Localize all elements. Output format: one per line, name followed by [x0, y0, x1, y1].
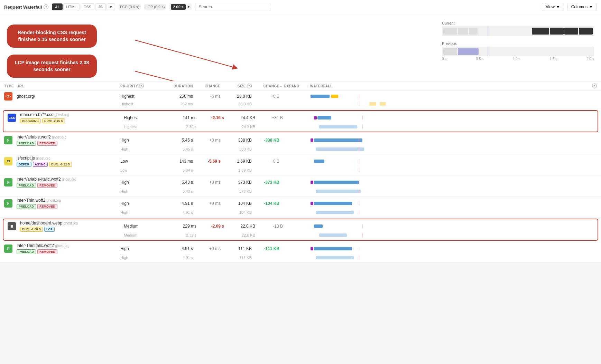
- lcp-callout: LCP image request finishes 2.08 seconds …: [7, 55, 97, 78]
- size-prev-inter-thin: 104 KB: [221, 210, 252, 214]
- row-current-main-css: CSS main.min.b7**.css ghost.org BLOCKING…: [3, 111, 598, 123]
- tag-preload: PRELOAD: [17, 204, 36, 209]
- page-title: Request Waterfall ?: [4, 4, 48, 10]
- tag-dur---2-15-s: DUR: -2.15 S: [42, 118, 65, 123]
- size-prev-dashboard-webp: 22.0 KB: [224, 233, 255, 237]
- tag-dur---6-32-s: DUR: -6.32 S: [49, 162, 72, 167]
- priority-help-icon[interactable]: ?: [139, 84, 144, 88]
- waterfall-current-inter-thin: [307, 201, 597, 205]
- tag-preload: PRELOAD: [17, 249, 36, 254]
- url-text-dashboard-webp: home/dashboard.webp: [20, 221, 62, 226]
- duration-current-inter-variable: 5.45 s: [162, 138, 193, 143]
- priority-prev-inter-thin: High: [120, 210, 162, 214]
- callout-area: Render-blocking CSS request finishes 2.1…: [7, 21, 97, 78]
- waterfall-help-icon[interactable]: ?: [592, 84, 597, 88]
- current-label: Current: [442, 21, 594, 25]
- duration-prev-dashboard-webp: 2.32 s: [165, 233, 196, 237]
- priority-prev-js-script: Low: [120, 168, 162, 172]
- filter-all[interactable]: All: [52, 3, 62, 10]
- url-text-main-css: main.min.b7**.css: [20, 112, 53, 117]
- url-domain-js-script: ghost.org: [36, 156, 50, 160]
- waterfall-current-inter-italic: [307, 180, 597, 184]
- size-current-dashboard-webp: 22.0 KB: [224, 224, 255, 229]
- url-domain-main-css: ghost.org: [54, 113, 69, 117]
- priority-prev-ghost-html: Highest: [120, 102, 162, 106]
- waterfall-prev-dashboard-webp: [311, 233, 593, 237]
- tag-defer: DEFER: [17, 162, 31, 167]
- duration-current-inter-italic: 5.43 s: [162, 180, 193, 185]
- view-button[interactable]: View ▼: [542, 3, 564, 11]
- change-dashboard-webp: -2.09 s: [196, 224, 224, 229]
- waterfall-current-inter-variable: [307, 138, 597, 142]
- row-ghost-html: </> ghost.org/ Highest 256 ms -6 ms 23.0…: [0, 91, 601, 109]
- url-domain-inter-italic: ghost.org: [62, 178, 76, 181]
- col-waterfall: ↓ WATERFALL ?: [307, 84, 597, 88]
- row-previous-inter-thin-italic: High 4.91 s 111 KB: [0, 254, 601, 262]
- type-icon-inter-variable: F: [4, 136, 17, 144]
- tag-removed: REMOVED: [37, 204, 57, 209]
- url-cell-inter-italic: InterVariable-Italic.woff2 ghost.org PRE…: [17, 177, 120, 188]
- tag-removed: REMOVED: [37, 183, 57, 188]
- tag-dur---2-08-s: DUR: -2.08 S: [20, 227, 43, 232]
- filter-css[interactable]: CSS: [81, 3, 95, 10]
- change-ghost-html: -6 ms: [193, 94, 221, 99]
- waterfall-current-dashboard-webp: [311, 224, 593, 228]
- size-help-icon[interactable]: ?: [247, 84, 252, 88]
- duration-prev-inter-thin: 4.91 s: [162, 210, 193, 214]
- type-icon-ghost-html: </>: [4, 92, 17, 100]
- time-value: 2.00 s: [171, 4, 186, 10]
- current-timeline-strip: [442, 26, 594, 36]
- size-current-ghost-html: 23.0 KB: [221, 94, 252, 99]
- url-cell-ghost-html: ghost.org/: [17, 94, 120, 99]
- url-cell-dashboard-webp: home/dashboard.webp ghost.org DUR: -2.08…: [20, 221, 124, 232]
- row-previous-js-script: Low 5.84 s 1.69 KB: [0, 167, 601, 175]
- help-icon[interactable]: ?: [44, 4, 48, 9]
- size-change-main-css: +31 B: [255, 115, 283, 120]
- tag-preload: PRELOAD: [17, 141, 36, 146]
- url-text-inter-thin: Inter-Thin.woff2: [17, 198, 45, 203]
- col-duration: DURATION: [162, 84, 193, 88]
- change-inter-variable: +0 ms: [193, 138, 221, 143]
- url-cell-inter-thin-italic: Inter-ThinItalic.woff2 ghost.org PRELOAD…: [17, 243, 120, 254]
- duration-prev-main-css: 2.30 s: [165, 125, 196, 129]
- svg-line-0: [135, 40, 235, 68]
- type-icon-inter-thin-italic: F: [4, 245, 17, 253]
- row-current-inter-italic: F InterVariable-Italic.woff2 ghost.org P…: [0, 175, 601, 188]
- time-dropdown-arrow[interactable]: ▼: [187, 5, 190, 9]
- fcp-metric: FCP (0.6 s): [119, 4, 141, 10]
- priority-prev-inter-italic: High: [120, 189, 162, 193]
- col-type: TYPE: [4, 84, 17, 88]
- duration-current-js-script: 143 ms: [162, 159, 193, 164]
- waterfall-prev-main-css: [311, 125, 593, 129]
- row-previous-inter-italic: High 5.43 s 373 KB: [0, 188, 601, 196]
- size-current-inter-thin-italic: 111 KB: [221, 246, 252, 251]
- tag-lcp: LCP: [44, 227, 55, 232]
- columns-button[interactable]: Columns ▼: [567, 3, 597, 11]
- waterfall-prev-inter-thin-italic: [307, 256, 597, 260]
- tag-removed: REMOVED: [37, 141, 57, 146]
- size-change-dashboard-webp: -13 B: [255, 224, 283, 229]
- duration-prev-inter-thin-italic: 4.91 s: [162, 256, 193, 260]
- waterfall-current-ghost-html: [307, 94, 597, 98]
- dropdown-arrow-icon: ▼: [109, 5, 113, 9]
- filter-html[interactable]: HTML: [63, 3, 80, 10]
- search-input[interactable]: [195, 3, 271, 11]
- priority-prev-inter-variable: High: [120, 147, 162, 151]
- row-inter-thin: F Inter-Thin.woff2 ghost.org PRELOADREMO…: [0, 197, 601, 218]
- columns-dropdown-icon: ▼: [589, 4, 593, 9]
- duration-prev-inter-variable: 5.45 s: [162, 147, 193, 151]
- size-current-main-css: 24.4 KB: [224, 115, 255, 120]
- priority-prev-main-css: Highest: [124, 125, 165, 129]
- filter-dropdown[interactable]: ▼: [107, 3, 115, 10]
- size-current-js-script: 1.69 KB: [221, 159, 252, 164]
- url-cell-main-css: main.min.b7**.css ghost.org BLOCKINGDUR:…: [20, 112, 124, 123]
- type-icon-js-script: JS: [4, 157, 17, 165]
- filter-js[interactable]: JS: [95, 3, 106, 10]
- view-dropdown-icon: ▼: [556, 4, 560, 9]
- url-domain-inter-thin-italic: ghost.org: [55, 244, 70, 248]
- duration-current-inter-thin: 4.91 s: [162, 201, 193, 206]
- rows-container: </> ghost.org/ Highest 256 ms -6 ms 23.0…: [0, 91, 601, 263]
- size-current-inter-italic: 373 KB: [221, 180, 252, 185]
- col-expand[interactable]: ← EXPAND: [279, 84, 307, 88]
- waterfall-current-js-script: [307, 159, 597, 163]
